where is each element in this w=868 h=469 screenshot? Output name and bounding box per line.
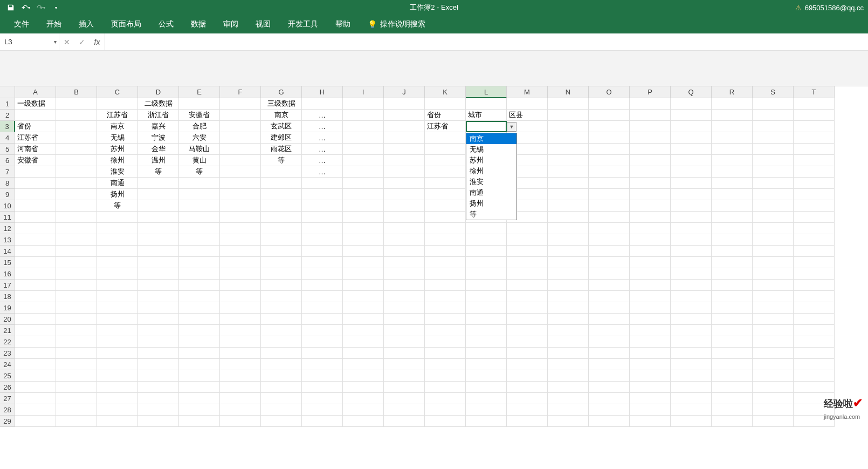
tab-file[interactable]: 文件	[5, 15, 38, 33]
cell-I17[interactable]	[343, 280, 384, 291]
cell-J22[interactable]	[384, 336, 425, 348]
cell-H1[interactable]	[302, 98, 343, 110]
dropdown-item[interactable]: 淮安	[466, 176, 516, 187]
cell-R2[interactable]	[712, 110, 753, 121]
cell-I20[interactable]	[343, 314, 384, 325]
cell-E6[interactable]: 黄山	[179, 155, 220, 166]
chevron-down-icon[interactable]: ▾	[54, 39, 57, 45]
cell-F7[interactable]	[220, 166, 261, 178]
row-header-1[interactable]: 1	[0, 98, 15, 110]
cell-O9[interactable]	[589, 189, 630, 200]
cell-I12[interactable]	[343, 223, 384, 234]
cell-A9[interactable]	[15, 189, 56, 200]
cell-M19[interactable]	[507, 302, 548, 314]
col-header-P[interactable]: P	[630, 86, 671, 98]
cell-D6[interactable]: 温州	[138, 155, 179, 166]
cell-P6[interactable]	[630, 155, 671, 166]
cell-C27[interactable]	[97, 393, 138, 404]
cell-A14[interactable]	[15, 246, 56, 257]
cell-E15[interactable]	[179, 257, 220, 268]
cell-F25[interactable]	[220, 370, 261, 382]
cell-M18[interactable]	[507, 291, 548, 302]
cell-B9[interactable]	[56, 189, 97, 200]
cell-M27[interactable]	[507, 393, 548, 404]
cell-D15[interactable]	[138, 257, 179, 268]
row-header-2[interactable]: 2	[0, 110, 15, 121]
cell-J14[interactable]	[384, 246, 425, 257]
cell-B27[interactable]	[56, 393, 97, 404]
row-header-15[interactable]: 15	[0, 257, 15, 268]
cell-D23[interactable]	[138, 348, 179, 359]
cell-N26[interactable]	[548, 382, 589, 393]
cell-J20[interactable]	[384, 314, 425, 325]
cell-G5[interactable]: 雨花区	[261, 144, 302, 155]
cell-B7[interactable]	[56, 166, 97, 178]
cell-P29[interactable]	[630, 416, 671, 427]
cell-N24[interactable]	[548, 359, 589, 370]
cell-T14[interactable]	[794, 246, 835, 257]
cell-I8[interactable]	[343, 178, 384, 189]
cell-F22[interactable]	[220, 336, 261, 348]
cell-C4[interactable]: 无锡	[97, 132, 138, 144]
redo-icon[interactable]: ↷ ▾	[35, 1, 47, 14]
row-header-16[interactable]: 16	[0, 268, 15, 280]
cell-D20[interactable]	[138, 314, 179, 325]
cell-H12[interactable]	[302, 223, 343, 234]
cell-H2[interactable]: …	[302, 110, 343, 121]
cell-O12[interactable]	[589, 223, 630, 234]
col-header-M[interactable]: M	[507, 86, 548, 98]
cell-K28[interactable]	[425, 404, 466, 416]
cell-S26[interactable]	[753, 382, 794, 393]
cell-J28[interactable]	[384, 404, 425, 416]
cell-D8[interactable]	[138, 178, 179, 189]
cell-P26[interactable]	[630, 382, 671, 393]
cell-N2[interactable]	[548, 110, 589, 121]
cell-G12[interactable]	[261, 223, 302, 234]
cell-H4[interactable]: …	[302, 132, 343, 144]
cell-T19[interactable]	[794, 302, 835, 314]
dropdown-item[interactable]: 扬州	[466, 198, 516, 209]
cell-A24[interactable]	[15, 359, 56, 370]
cell-R17[interactable]	[712, 280, 753, 291]
cell-E20[interactable]	[179, 314, 220, 325]
cell-F24[interactable]	[220, 359, 261, 370]
cell-A19[interactable]	[15, 302, 56, 314]
cell-C12[interactable]	[97, 223, 138, 234]
dropdown-item[interactable]: 无锡	[466, 144, 516, 155]
dropdown-item[interactable]: 南通	[466, 187, 516, 198]
cell-J27[interactable]	[384, 393, 425, 404]
cell-K1[interactable]	[425, 98, 466, 110]
cell-A21[interactable]	[15, 325, 56, 336]
cell-D4[interactable]: 宁波	[138, 132, 179, 144]
cell-B15[interactable]	[56, 257, 97, 268]
tab-formulas[interactable]: 公式	[150, 15, 182, 33]
cell-B26[interactable]	[56, 382, 97, 393]
cell-J3[interactable]	[384, 121, 425, 132]
cell-L28[interactable]	[466, 404, 507, 416]
cell-O19[interactable]	[589, 302, 630, 314]
cell-C14[interactable]	[97, 246, 138, 257]
tab-help[interactable]: 帮助	[327, 15, 359, 33]
cell-C10[interactable]: 等	[97, 200, 138, 212]
cell-E8[interactable]	[179, 178, 220, 189]
cell-C6[interactable]: 徐州	[97, 155, 138, 166]
cell-I16[interactable]	[343, 268, 384, 280]
cell-A18[interactable]	[15, 291, 56, 302]
cell-G28[interactable]	[261, 404, 302, 416]
cell-D3[interactable]: 嘉兴	[138, 121, 179, 132]
cell-G8[interactable]	[261, 178, 302, 189]
cell-D2[interactable]: 浙江省	[138, 110, 179, 121]
cell-Q12[interactable]	[671, 223, 712, 234]
tab-review[interactable]: 审阅	[215, 15, 247, 33]
cell-B28[interactable]	[56, 404, 97, 416]
cell-F5[interactable]	[220, 144, 261, 155]
cell-C17[interactable]	[97, 280, 138, 291]
cell-O26[interactable]	[589, 382, 630, 393]
col-header-A[interactable]: A	[15, 86, 56, 98]
cell-N21[interactable]	[548, 325, 589, 336]
cell-O14[interactable]	[589, 246, 630, 257]
cell-C20[interactable]	[97, 314, 138, 325]
cell-D24[interactable]	[138, 359, 179, 370]
cell-D26[interactable]	[138, 382, 179, 393]
cell-K15[interactable]	[425, 257, 466, 268]
